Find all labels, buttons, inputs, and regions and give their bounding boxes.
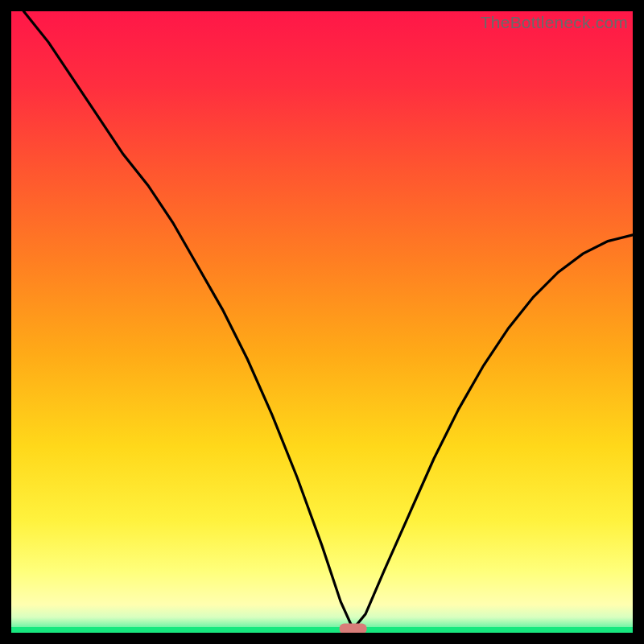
bottleneck-curve	[11, 11, 633, 633]
curve-path	[23, 11, 633, 629]
minimum-marker	[340, 623, 367, 633]
plot-area: TheBottleneck.com	[11, 11, 633, 633]
watermark-text: TheBottleneck.com	[481, 13, 628, 32]
chart-frame: TheBottleneck.com	[11, 11, 633, 633]
